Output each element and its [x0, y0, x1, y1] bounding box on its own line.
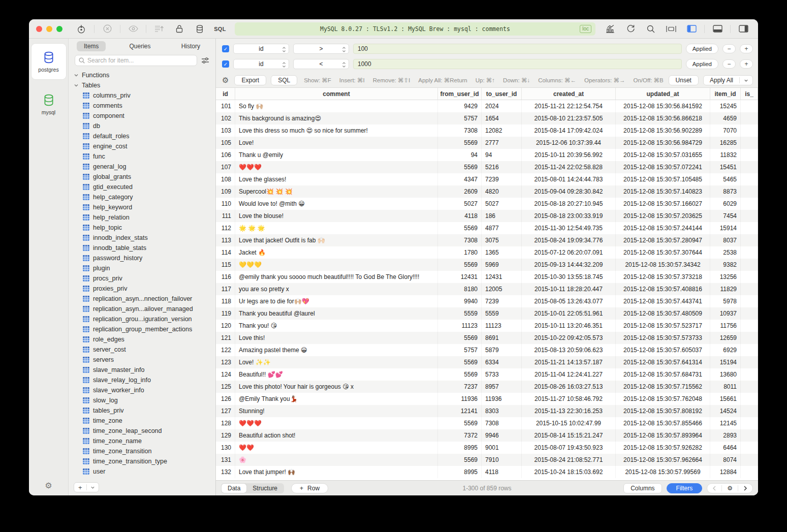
cell-updated_at[interactable]: 2015-12-08 15:30:57.166027: [616, 198, 710, 210]
cell-is_[interactable]: [741, 210, 758, 222]
cell-id[interactable]: 109: [216, 185, 235, 198]
sidebar-table-item-component[interactable]: component: [69, 111, 215, 121]
cell-comment[interactable]: Love that jacket! Outfit is fab 🙌🏻: [235, 234, 438, 246]
cell-from_user_id[interactable]: 7237: [438, 381, 482, 393]
cell-item_id[interactable]: 4659: [710, 112, 741, 124]
cell-from_user_id[interactable]: 5569: [438, 222, 482, 234]
add-row-button[interactable]: + Row: [291, 483, 328, 493]
cell-updated_at[interactable]: 2015-12-08 15:30:57.715562: [616, 381, 710, 393]
sidebar-table-item-help_topic[interactable]: help_topic: [69, 223, 215, 233]
table-row[interactable]: 106Thank u @emily94942015-10-11 20:39:56…: [216, 149, 758, 161]
cell-id[interactable]: 122: [216, 344, 235, 356]
page-settings-gear-icon[interactable]: ⚙: [722, 485, 738, 492]
cell-item_id[interactable]: 15661: [710, 393, 741, 405]
cell-updated_at[interactable]: 2015-12-08 15:30:57.140823: [616, 185, 710, 198]
cell-id[interactable]: 103: [216, 124, 235, 137]
cell-to_user_id[interactable]: 12005: [482, 283, 522, 295]
cell-is_[interactable]: [741, 161, 758, 173]
cell-updated_at[interactable]: 2015-12-08 15:30:57.855466: [616, 417, 710, 429]
cell-is_[interactable]: [741, 222, 758, 234]
export-button[interactable]: Export: [234, 75, 266, 85]
cell-from_user_id[interactable]: 5569: [438, 259, 482, 271]
cell-from_user_id[interactable]: 5559: [438, 307, 482, 320]
cell-is_[interactable]: [741, 259, 758, 271]
cell-updated_at[interactable]: 2015-12-08 15:30:57.373218: [616, 271, 710, 283]
sidebar-table-item-general_log[interactable]: general_log: [69, 162, 215, 172]
cell-is_[interactable]: [741, 368, 758, 381]
cell-to_user_id[interactable]: 4820: [482, 185, 522, 198]
cell-updated_at[interactable]: 2015-12-08 15:30:57.203625: [616, 210, 710, 222]
sidebar-table-item-gtid_executed[interactable]: gtid_executed: [69, 182, 215, 192]
disconnect-icon[interactable]: [100, 22, 115, 36]
cell-to_user_id[interactable]: 7239: [482, 173, 522, 185]
cell-is_[interactable]: [741, 185, 758, 198]
cell-from_user_id[interactable]: 5569: [438, 356, 482, 368]
cell-item_id[interactable]: 10937: [710, 307, 741, 320]
previous-page-icon[interactable]: [707, 486, 721, 491]
add-item-chevron-down-icon[interactable]: [87, 485, 99, 490]
filter-enabled-checkbox[interactable]: ✓: [222, 60, 229, 68]
cell-item_id[interactable]: 7070: [710, 124, 741, 137]
cell-created_at[interactable]: 2015-10-11 18:28:20.447: [522, 283, 616, 295]
cell-id[interactable]: 108: [216, 173, 235, 185]
sidebar-table-item-db[interactable]: db: [69, 121, 215, 131]
cell-id[interactable]: 110: [216, 198, 235, 210]
cell-comment[interactable]: So fly 🙌🏼: [235, 100, 438, 112]
cell-created_at[interactable]: 2015-10-01 22:05:51.961: [522, 307, 616, 320]
table-row[interactable]: 107❤️❤️❤️556952162015-11-24 22:02:58.828…: [216, 161, 758, 173]
sidebar-table-item-default_roles[interactable]: default_roles: [69, 131, 215, 141]
cell-id[interactable]: 125: [216, 381, 235, 393]
cell-comment[interactable]: Thank u @emily: [235, 149, 438, 161]
cell-id[interactable]: 123: [216, 356, 235, 368]
connection-mysql[interactable]: mysql: [32, 86, 66, 122]
cell-to_user_id[interactable]: 2777: [482, 137, 522, 149]
cell-created_at[interactable]: 2015-07-12 06:20:07.091: [522, 246, 616, 259]
cell-updated_at[interactable]: 2015-12-08 15:30:56.984729: [616, 137, 710, 149]
cell-item_id[interactable]: 5978: [710, 295, 741, 307]
table-row[interactable]: 119Thank you beautiful @laurel5559555920…: [216, 307, 758, 320]
table-row[interactable]: 122Amazing pastel theme 😁575758792015-08…: [216, 344, 758, 356]
cell-id[interactable]: 127: [216, 405, 235, 417]
apply-all-chevron-down-icon[interactable]: [740, 78, 752, 83]
cell-created_at[interactable]: 2015-08-24 19:09:34.776: [522, 234, 616, 246]
table-row[interactable]: 111Love the blouse!41181862015-08-18 23:…: [216, 210, 758, 222]
cell-to_user_id[interactable]: 11936: [482, 393, 522, 405]
cell-id[interactable]: 106: [216, 149, 235, 161]
cell-comment[interactable]: Would love to! @mith 😁: [235, 198, 438, 210]
cell-id[interactable]: 102: [216, 112, 235, 124]
cell-comment[interactable]: @Emily Thank you💃🏽: [235, 393, 438, 405]
sql-editor-icon[interactable]: SQL: [212, 22, 228, 36]
cell-comment[interactable]: This background is amazing😍: [235, 112, 438, 124]
cell-item_id[interactable]: 8037: [710, 234, 741, 246]
column-header-to_user_id[interactable]: to_user_id: [482, 88, 522, 100]
table-row[interactable]: 117you are so pretty x8180120052015-10-1…: [216, 283, 758, 295]
cell-from_user_id[interactable]: 4118: [438, 210, 482, 222]
cell-id[interactable]: 119: [216, 307, 235, 320]
unset-button[interactable]: Unset: [669, 75, 699, 85]
tab-history[interactable]: History: [174, 41, 207, 51]
cell-comment[interactable]: Ur legs are to die for🙌🏼💖: [235, 295, 438, 307]
columns-button[interactable]: Columns: [623, 483, 662, 493]
cell-item_id[interactable]: 13256: [710, 271, 741, 283]
cell-id[interactable]: 131: [216, 454, 235, 466]
cell-to_user_id[interactable]: 4877: [482, 222, 522, 234]
cell-is_[interactable]: [741, 112, 758, 124]
cell-comment[interactable]: Jacket 🔥: [235, 246, 438, 259]
toggle-right-panel-icon[interactable]: [736, 22, 751, 36]
cell-from_user_id[interactable]: 12431: [438, 271, 482, 283]
cell-updated_at[interactable]: 2015-12-08 15:30:57.34342: [616, 259, 710, 271]
cell-from_user_id[interactable]: 5757: [438, 112, 482, 124]
cell-comment[interactable]: Love this dress so much 😍 so nice for su…: [235, 124, 438, 137]
cell-to_user_id[interactable]: 11123: [482, 320, 522, 332]
lock-icon[interactable]: [172, 22, 187, 36]
add-filter-button[interactable]: +: [740, 59, 753, 69]
add-item-plus-icon[interactable]: +: [74, 484, 86, 491]
cell-item_id[interactable]: 16285: [710, 137, 741, 149]
cell-comment[interactable]: Beautiful action shot!: [235, 429, 438, 442]
cell-to_user_id[interactable]: 8303: [482, 405, 522, 417]
cell-id[interactable]: 120: [216, 320, 235, 332]
cell-from_user_id[interactable]: 7308: [438, 234, 482, 246]
cell-item_id[interactable]: 14524: [710, 405, 741, 417]
cell-to_user_id[interactable]: 9946: [482, 429, 522, 442]
database-icon[interactable]: [192, 22, 207, 36]
